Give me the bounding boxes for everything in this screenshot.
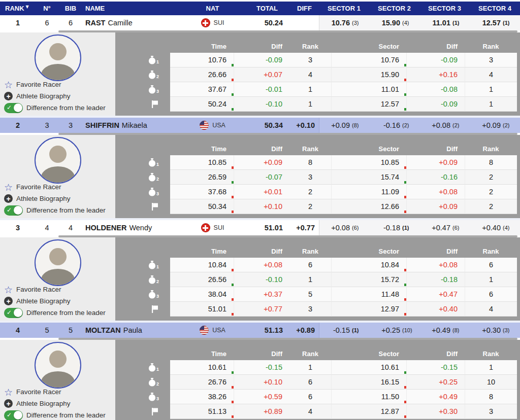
- racer-photo[interactable]: [35, 137, 81, 184]
- sector3-summary-cell: +0.47(6): [419, 220, 470, 235]
- time-diff-cell: -0.10: [234, 272, 289, 287]
- column-header-total[interactable]: TOTAL: [244, 2, 290, 15]
- sector4-summary-cell: +0.30(3): [470, 323, 520, 338]
- split-row-intermediate-1: 1 10.61 -0.15 1 10.61 -0.15 1: [115, 360, 517, 375]
- column-header-rank[interactable]: RANK ▼: [0, 2, 36, 15]
- flag-icon: [200, 121, 209, 130]
- difference-from-leader-toggle-row[interactable]: ✓ Difference from the leader: [4, 307, 106, 318]
- stopwatch-2-icon: 2: [148, 275, 159, 284]
- difference-toggle-label: Difference from the leader: [26, 104, 106, 112]
- sector-diff-cell: -0.16: [406, 170, 465, 185]
- column-header-sector1[interactable]: SECTOR 1: [319, 2, 369, 15]
- sector-diff-cell: -0.09: [406, 97, 465, 112]
- horizontal-scrollbar-thumb[interactable]: [58, 30, 517, 32]
- column-header-number[interactable]: N°: [36, 2, 58, 15]
- sector-rank: (1): [402, 225, 416, 231]
- athlete-biography-button[interactable]: + Athlete Biography: [4, 193, 106, 204]
- nation-code: USA: [212, 327, 225, 334]
- favorite-racer-button[interactable]: ☆ Favorite Racer: [4, 79, 106, 90]
- splits-header-sector-rank: Rank: [465, 244, 517, 258]
- stopwatch-3-icon: 3: [148, 290, 159, 299]
- splits-header-sector-rank: Rank: [465, 40, 517, 53]
- toggle-knob: [14, 206, 22, 215]
- time-diff-cell: -0.15: [234, 360, 289, 375]
- column-header-sector4[interactable]: SECTOR 4: [470, 2, 520, 15]
- difference-toggle[interactable]: ✓: [4, 308, 23, 318]
- sector-rank: (4): [402, 20, 416, 26]
- sector-cell: 12.57: [331, 97, 406, 112]
- results-list: 1 6 6 RAST Camille SUI 50.24 10.76(3) 15…: [0, 15, 520, 420]
- rank-cell: 2: [0, 118, 36, 133]
- racer-section: 1 6 6 RAST Camille SUI 50.24 10.76(3) 15…: [0, 15, 520, 118]
- horizontal-scrollbar-thumb[interactable]: [58, 338, 517, 340]
- racer-name: SHIFFRIN Mikaela: [83, 118, 181, 133]
- stopwatch-2-icon: 2: [148, 378, 159, 387]
- horizontal-scrollbar-thumb[interactable]: [58, 133, 517, 135]
- racer-photo[interactable]: [35, 34, 81, 81]
- time-rank-cell: 4: [289, 67, 331, 82]
- time-diff-cell: +0.10: [234, 375, 289, 390]
- favorite-racer-button[interactable]: ☆ Favorite Racer: [4, 284, 106, 295]
- splits-header-spacer: [115, 347, 170, 360]
- athlete-biography-button[interactable]: + Athlete Biography: [4, 296, 106, 306]
- racer-row[interactable]: 1 6 6 RAST Camille SUI 50.24 10.76(3) 15…: [0, 15, 520, 30]
- time-diff-cell: +0.59: [234, 390, 289, 404]
- sector4-summary-cell: 12.57(1): [470, 15, 520, 30]
- splits-table: Time Diff Rank Sector Diff Rank 1 10.76 …: [115, 32, 517, 116]
- sector-value: +0.08: [327, 224, 350, 232]
- split-row-finish: 50.34 +0.10 2 12.66 +0.09 2: [115, 199, 517, 214]
- start-number-cell: 4: [36, 220, 58, 235]
- time-rank-cell: 5: [289, 287, 331, 302]
- split-row-intermediate-2: 2 26.66 +0.07 4 15.90 +0.16 4: [115, 67, 517, 82]
- time-rank-cell: 3: [289, 170, 331, 185]
- column-header-diff[interactable]: DIFF: [290, 2, 319, 15]
- sector-cell: 10.84: [331, 258, 406, 272]
- column-header-bib[interactable]: BIB: [58, 2, 83, 15]
- column-header-sector3[interactable]: SECTOR 3: [419, 2, 470, 15]
- sector3-summary-cell: +0.08(2): [419, 118, 470, 133]
- split-row-intermediate-2: 2 26.56 -0.10 1 15.72 -0.18 1: [115, 272, 517, 287]
- bib-cell: 4: [58, 220, 83, 235]
- difference-toggle[interactable]: ✓: [4, 205, 23, 216]
- difference-from-leader-toggle-row[interactable]: ✓ Difference from the leader: [4, 102, 106, 113]
- horizontal-scrollbar-thumb[interactable]: [58, 235, 517, 237]
- time-rank-cell: 3: [289, 53, 331, 67]
- sector-value: +0.09: [327, 121, 350, 129]
- flag-icon: [200, 326, 209, 335]
- sector2-summary-cell: -0.18(1): [369, 220, 419, 235]
- difference-toggle[interactable]: ✓: [4, 410, 23, 420]
- splits-table: Time Diff Rank Sector Diff Rank 1 10.85 …: [115, 135, 517, 218]
- flag-icon: [201, 223, 210, 232]
- sort-arrow-icon: ▼: [26, 5, 29, 9]
- splits-header-sector-diff: Diff: [406, 40, 465, 53]
- favorite-racer-button[interactable]: ☆ Favorite Racer: [4, 182, 106, 192]
- rank-cell: 4: [0, 323, 36, 338]
- column-header-sector2[interactable]: SECTOR 2: [369, 2, 419, 15]
- racer-row[interactable]: 2 3 3 SHIFFRIN Mikaela USA 50.34 +0.10 +…: [0, 118, 520, 133]
- sector-diff-cell: +0.08: [406, 185, 465, 199]
- athlete-biography-button[interactable]: + Athlete Biography: [4, 398, 106, 409]
- sector-cell: 15.90: [331, 67, 406, 82]
- sector-rank: (2): [452, 122, 467, 128]
- racer-first-name: Paula: [123, 326, 142, 334]
- racer-row[interactable]: 3 4 4 HOLDENER Wendy SUI 51.01 +0.77 +0.…: [0, 220, 520, 235]
- difference-toggle[interactable]: ✓: [4, 103, 23, 113]
- sector-diff-cell: -0.09: [406, 53, 465, 67]
- racer-row[interactable]: 4 5 5 MOLTZAN Paula USA 51.13 +0.89 -0.1…: [0, 323, 520, 338]
- favorite-racer-button[interactable]: ☆ Favorite Racer: [4, 387, 106, 397]
- sector-value: +0.49: [427, 326, 450, 334]
- sector-cell: 10.61: [331, 360, 406, 375]
- time-diff-cell: +0.08: [234, 258, 289, 272]
- racer-first-name: Wendy: [129, 224, 152, 232]
- time-cell: 26.59: [170, 170, 234, 185]
- racer-photo[interactable]: [35, 239, 81, 286]
- sector-rank: (1): [503, 20, 517, 26]
- racer-photo[interactable]: [35, 342, 81, 389]
- athlete-biography-label: Athlete Biography: [16, 195, 71, 202]
- athlete-biography-button[interactable]: + Athlete Biography: [4, 91, 106, 101]
- column-header-name[interactable]: NAME: [83, 2, 181, 15]
- difference-from-leader-toggle-row[interactable]: ✓ Difference from the leader: [4, 410, 106, 420]
- difference-from-leader-toggle-row[interactable]: ✓ Difference from the leader: [4, 205, 106, 216]
- column-header-nat[interactable]: NAT: [181, 2, 244, 15]
- time-cell: 26.56: [170, 272, 234, 287]
